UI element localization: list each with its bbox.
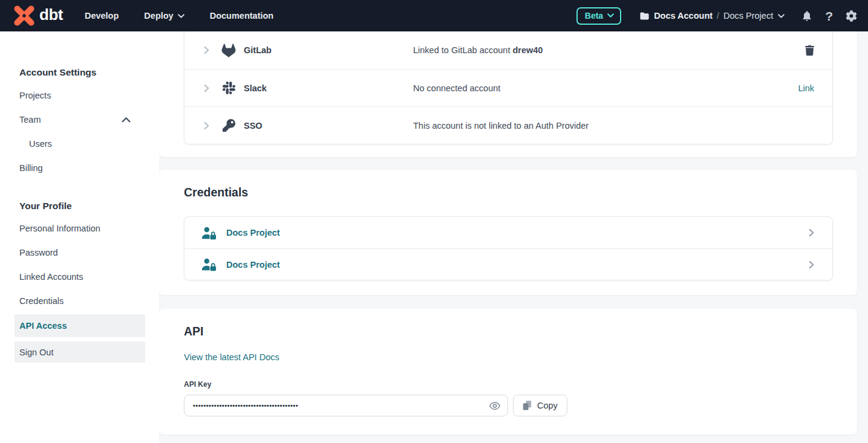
help-icon[interactable]: ? (825, 10, 833, 22)
copy-icon (523, 400, 532, 411)
credentials-list: Docs Project Docs Project (184, 216, 833, 280)
account-status: This account is not linked to an Auth Pr… (413, 121, 814, 131)
linked-accounts-card: GitLab Linked to GitLab account drew40 S… (159, 31, 857, 157)
sidebar-item-team[interactable]: Team (0, 108, 159, 132)
api-key-label: API Key (184, 380, 833, 389)
api-card: API View the latest API Docs API Key Cop… (159, 309, 857, 435)
linked-accounts-list: GitLab Linked to GitLab account drew40 S… (184, 31, 833, 144)
credentials-card: Credentials Docs Project Docs Project (159, 170, 857, 295)
breadcrumb-separator: / (717, 11, 719, 21)
chevron-down-icon (778, 14, 785, 18)
breadcrumb: Docs Account / Docs Project (639, 11, 785, 21)
main-content: GitLab Linked to GitLab account drew40 S… (159, 31, 868, 443)
account-name: Slack (244, 83, 413, 93)
credential-project-link[interactable]: Docs Project (226, 228, 280, 238)
nav-develop[interactable]: Develop (85, 11, 119, 21)
account-name: GitLab (244, 45, 413, 55)
breadcrumb-project-dropdown[interactable]: Docs Project (723, 11, 785, 21)
chevron-down-icon (178, 14, 184, 18)
folder-icon (639, 11, 650, 21)
credential-row[interactable]: Docs Project (184, 248, 832, 280)
linked-account-row-slack: Slack No connected account Link (184, 69, 832, 106)
delete-trash-icon[interactable] (805, 45, 814, 56)
show-key-eye-icon[interactable] (489, 401, 501, 411)
sidebar-item-personal-information[interactable]: Personal Information (0, 216, 159, 241)
user-lock-icon (201, 226, 217, 240)
primary-nav: Develop Deploy Documentation (85, 11, 273, 21)
sidebar-item-credentials[interactable]: Credentials (0, 289, 159, 313)
sidebar-item-sign-out[interactable]: Sign Out (15, 341, 145, 363)
brand-wordmark: dbt (39, 7, 63, 25)
api-key-field-wrap (184, 395, 508, 416)
account-status: Linked to GitLab account drew40 (413, 45, 805, 55)
account-status: No connected account (413, 83, 798, 93)
chevron-right-icon (809, 228, 814, 237)
account-name: SSO (244, 121, 413, 131)
key-icon (221, 119, 236, 132)
chevron-up-icon[interactable] (122, 117, 131, 123)
linked-account-row-sso: SSO This account is not linked to an Aut… (184, 106, 832, 144)
notifications-bell-icon[interactable] (801, 10, 812, 22)
linked-account-row-gitlab: GitLab Linked to GitLab account drew40 (184, 31, 832, 69)
credential-project-link[interactable]: Docs Project (226, 260, 280, 270)
api-key-input[interactable] (184, 395, 507, 416)
dbt-logo[interactable]: dbt (13, 5, 63, 27)
sidebar-item-users[interactable]: Users (0, 132, 159, 156)
chevron-down-icon (607, 13, 614, 18)
sidebar-heading-your-profile: Your Profile (19, 199, 159, 213)
sidebar-heading-account-settings: Account Settings (19, 66, 159, 79)
sidebar-item-projects[interactable]: Projects (0, 83, 159, 108)
sidebar-item-billing[interactable]: Billing (0, 156, 159, 180)
expand-chevron-right-icon[interactable] (204, 84, 209, 92)
api-docs-link[interactable]: View the latest API Docs (184, 352, 279, 362)
breadcrumb-account[interactable]: Docs Account (654, 11, 713, 21)
sidebar-item-password[interactable]: Password (0, 241, 159, 265)
expand-chevron-right-icon[interactable] (204, 46, 209, 54)
copy-api-key-button[interactable]: Copy (513, 395, 567, 416)
credential-row[interactable]: Docs Project (184, 217, 832, 248)
dbt-logo-icon (13, 5, 35, 27)
top-navbar: dbt Develop Deploy Documentation Beta Do… (0, 0, 868, 31)
sidebar-item-api-access[interactable]: API Access (15, 314, 145, 337)
beta-dropdown-button[interactable]: Beta (576, 7, 621, 25)
gear-icon[interactable] (846, 10, 857, 22)
expand-chevron-right-icon[interactable] (204, 121, 209, 130)
settings-sidebar: Account Settings Projects Team Users Bil… (0, 31, 159, 443)
sidebar-item-linked-accounts[interactable]: Linked Accounts (0, 265, 159, 289)
chevron-right-icon (809, 260, 814, 269)
gitlab-icon (221, 44, 236, 57)
slack-icon (221, 82, 236, 94)
nav-deploy[interactable]: Deploy (144, 11, 184, 21)
api-title: API (184, 323, 833, 340)
credentials-title: Credentials (184, 184, 833, 201)
nav-documentation[interactable]: Documentation (210, 11, 274, 21)
user-lock-icon (201, 257, 217, 271)
link-account-button[interactable]: Link (798, 83, 814, 93)
